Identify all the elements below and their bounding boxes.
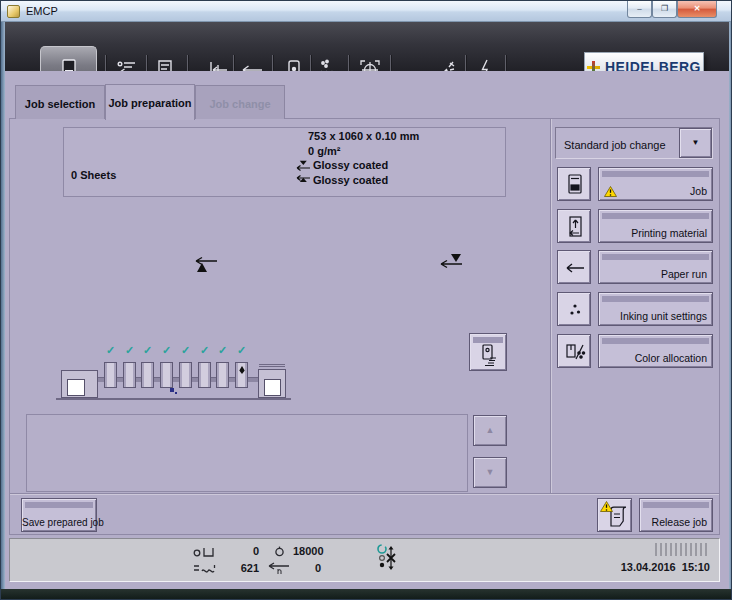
close-button[interactable]: ✕ — [677, 1, 717, 18]
press-marker-icon — [170, 388, 174, 392]
printing-unit-2 — [123, 362, 136, 388]
save-prepared-job-label: Save prepared job — [22, 517, 96, 528]
save-prepared-job-button[interactable]: Save prepared job — [21, 498, 97, 532]
printing-unit-4 — [160, 362, 173, 388]
coating-back-label: Glossy coated — [313, 174, 388, 186]
release-job-button[interactable]: Release job — [639, 498, 713, 532]
status-bar — [9, 538, 720, 582]
window-title: EMCP — [26, 5, 58, 17]
paper-run-button[interactable]: Paper run — [598, 250, 713, 284]
main-toolbar: HEIDELBERG — [5, 22, 729, 71]
tab-job-selection[interactable]: Job selection — [15, 85, 105, 119]
color-allocation-icon — [563, 340, 587, 364]
job-change-dropdown-button[interactable]: ▼ — [679, 128, 712, 158]
window-border-bottom — [1, 589, 732, 600]
unit-ok-check: ✓ — [196, 344, 213, 357]
minimize-button[interactable]: – — [627, 1, 652, 18]
press-console-button[interactable] — [469, 333, 507, 371]
unit-ok-check: ✓ — [177, 344, 194, 357]
restore-icon: ❐ — [661, 4, 668, 13]
feeder-unit — [258, 369, 286, 398]
inking-unit-settings-button[interactable]: Inking unit settings — [598, 292, 713, 326]
job-change-mode-value: Standard job change — [564, 139, 666, 151]
printing-unit-3 — [141, 362, 154, 388]
sheet-count-label: 0 Sheets — [71, 169, 116, 181]
sheet-direction-right-icon — [437, 253, 463, 269]
printing-unit-5 — [179, 362, 192, 388]
job-icon-button[interactable] — [557, 167, 591, 201]
printing-material-button[interactable]: Printing material — [598, 209, 713, 243]
scroll-up-button[interactable]: ▲ — [473, 415, 507, 446]
unit-ok-check: ✓ — [121, 344, 138, 357]
job-button-label: Job — [690, 185, 707, 197]
button-stripe — [643, 502, 709, 508]
tab-label: Job selection — [25, 98, 95, 110]
remaining-value: 0 — [289, 562, 321, 574]
printing-material-icon — [563, 215, 587, 239]
console-icon — [476, 344, 502, 370]
emcp-window: EMCP – ❐ ✕ — [0, 0, 732, 600]
close-icon: ✕ — [694, 4, 701, 13]
message-list[interactable] — [26, 414, 468, 492]
button-stripe — [473, 337, 503, 343]
color-allocation-icon-button[interactable] — [557, 334, 591, 368]
printing-unit-7 — [216, 362, 229, 388]
unit-ok-check: ✓ — [102, 344, 119, 357]
coating-unit — [235, 362, 248, 388]
release-job-icon-button[interactable] — [597, 498, 632, 532]
tab-label: Job preparation — [108, 97, 191, 109]
coating-drop-icon — [239, 366, 245, 374]
warning-icon — [604, 186, 617, 197]
arrow-up-icon: ▲ — [486, 425, 495, 435]
remaining-time-icon — [265, 562, 291, 576]
unit-ok-check: ✓ — [214, 344, 231, 357]
title-bar[interactable]: EMCP – ❐ ✕ — [1, 1, 732, 22]
job-info-panel — [63, 127, 506, 197]
press-status-cluster-icon — [376, 543, 398, 573]
button-stripe — [602, 213, 709, 219]
panel-divider-highlight — [551, 119, 552, 493]
printing-material-icon-button[interactable] — [557, 209, 591, 243]
unit-ok-check: ✓ — [158, 344, 175, 357]
sheet-total-icon — [193, 562, 217, 575]
inking-unit-settings-button-label: Inking unit settings — [620, 310, 707, 322]
release-job-label: Release job — [652, 516, 707, 528]
color-allocation-button[interactable]: Color allocation — [598, 334, 713, 368]
tab-job-preparation[interactable]: Job preparation — [105, 84, 195, 120]
speed-icon — [273, 545, 286, 558]
printing-unit-6 — [198, 362, 211, 388]
button-stripe — [602, 338, 709, 344]
printing-unit-1 — [104, 362, 117, 388]
press-diagram: ✓ ✓ ✓ ✓ ✓ ✓ ✓ ✓ — [56, 341, 291, 401]
button-stripe — [602, 296, 709, 302]
coating-back-icon — [295, 175, 311, 186]
tab-job-change: Job change — [195, 85, 285, 119]
job-button[interactable]: Job — [598, 167, 713, 201]
impression-counter-value: 0 — [217, 545, 259, 557]
scroll-down-button[interactable]: ▼ — [473, 457, 507, 488]
press-baseline — [56, 398, 291, 400]
unit-ok-check: ✓ — [233, 344, 250, 357]
coating-front-icon — [295, 160, 311, 171]
color-allocation-button-label: Color allocation — [635, 352, 707, 364]
sheet-total-value: 621 — [217, 562, 259, 574]
maximize-button[interactable]: ❐ — [652, 1, 677, 18]
unit-ok-check: ✓ — [139, 344, 156, 357]
warning-icon — [600, 501, 613, 512]
speed-value: 18000 — [293, 545, 324, 557]
paper-run-button-label: Paper run — [661, 268, 707, 280]
inking-dots-icon — [563, 298, 587, 322]
app-icon — [7, 5, 20, 18]
arrow-down-icon: ▼ — [486, 467, 495, 477]
impression-counter-icon — [193, 545, 217, 558]
datetime-label: 13.04.2016 15:10 — [541, 561, 710, 573]
coating-front-label: Glossy coated — [313, 159, 388, 171]
button-stripe — [25, 502, 93, 508]
grammage-label: 0 g/m² — [308, 145, 340, 157]
tab-label: Job change — [209, 98, 270, 110]
delivery-unit — [61, 370, 98, 398]
inking-unit-settings-icon-button[interactable] — [557, 292, 591, 326]
paper-run-icon — [563, 256, 587, 280]
barcode — [655, 543, 709, 556]
paper-run-icon-button[interactable] — [557, 250, 591, 284]
